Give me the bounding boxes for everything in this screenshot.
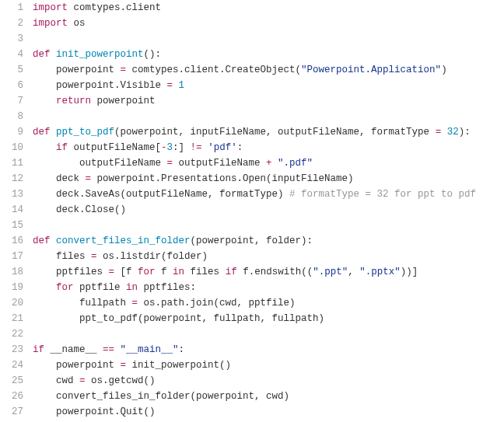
token-num: 1 bbox=[179, 80, 185, 91]
token-cmp: = bbox=[86, 173, 92, 184]
code-line bbox=[33, 31, 504, 47]
token-ident bbox=[51, 49, 57, 60]
code-line: files = os.listdir(folder) bbox=[33, 249, 504, 264]
code-line: def convert_files_in_folder(powerpoint, … bbox=[33, 233, 504, 249]
token-kw: in bbox=[126, 282, 138, 293]
token-ident: __name__ bbox=[44, 344, 103, 355]
token-ident bbox=[51, 127, 57, 138]
token-ident bbox=[202, 142, 208, 153]
token-ident: powerpoint.Presentations.Open(inputFileN… bbox=[91, 173, 354, 184]
code-line bbox=[33, 218, 504, 233]
token-kw: for bbox=[138, 267, 156, 277]
code-line: powerpoint.Quit() bbox=[33, 404, 504, 420]
line-number: 7 bbox=[0, 93, 23, 109]
token-ident: fullpath bbox=[33, 298, 132, 309]
token-ident: f bbox=[156, 267, 173, 277]
token-cmp: = bbox=[167, 80, 173, 91]
token-ident: ) bbox=[441, 65, 447, 75]
token-ident: : bbox=[237, 142, 243, 153]
token-ident: outputFileName bbox=[33, 158, 167, 169]
token-str: "Powerpoint.Application" bbox=[301, 65, 441, 75]
code-line: deck = powerpoint.Presentations.Open(inp… bbox=[33, 171, 504, 187]
token-ident bbox=[33, 282, 56, 293]
line-number: 12 bbox=[0, 171, 23, 187]
code-line: convert_files_in_folder(powerpoint, cwd) bbox=[33, 389, 504, 404]
line-number: 26 bbox=[0, 389, 23, 404]
line-number: 9 bbox=[0, 124, 23, 140]
token-ident: : bbox=[179, 344, 185, 355]
line-number: 6 bbox=[0, 78, 23, 93]
token-ident: os.listdir(folder) bbox=[97, 251, 208, 262]
token-ident: f.endswith(( bbox=[237, 267, 313, 277]
line-number: 13 bbox=[0, 187, 23, 202]
line-number: 15 bbox=[0, 218, 23, 233]
token-cmp: + bbox=[266, 158, 272, 169]
token-str: ".pptx" bbox=[359, 267, 401, 277]
token-cmp: = bbox=[167, 158, 173, 169]
token-kw: if bbox=[33, 344, 44, 355]
token-fn: convert_files_in_folder bbox=[56, 235, 191, 246]
line-number: 5 bbox=[0, 62, 23, 78]
token-ident bbox=[114, 344, 121, 355]
line-number: 11 bbox=[0, 155, 23, 171]
line-number: 23 bbox=[0, 342, 23, 357]
token-cmp: = bbox=[121, 360, 127, 371]
code-line: fullpath = os.path.join(cwd, pptfile) bbox=[33, 295, 504, 311]
token-cmp: != bbox=[191, 142, 202, 153]
token-ident: outputFileName[ bbox=[68, 142, 161, 153]
token-cmp: == bbox=[103, 344, 114, 355]
token-ident: convert_files_in_folder(powerpoint, cwd) bbox=[33, 391, 289, 402]
code-editor: 1234567891011121314151617181920212223242… bbox=[0, 0, 504, 420]
token-ident bbox=[173, 80, 179, 91]
token-kw: if bbox=[56, 142, 68, 153]
code-line: pptfiles = [f for f in files if f.endswi… bbox=[33, 264, 504, 280]
token-ident: , bbox=[348, 267, 359, 277]
line-number: 3 bbox=[0, 31, 23, 47]
code-line bbox=[33, 109, 504, 124]
token-ident bbox=[33, 96, 56, 106]
line-number: 4 bbox=[0, 47, 23, 62]
token-ident: outputFileName bbox=[173, 158, 266, 169]
code-line: powerpoint.Visible = 1 bbox=[33, 78, 504, 93]
code-line bbox=[33, 326, 504, 342]
token-kw: def bbox=[33, 127, 51, 138]
token-fn: ppt_to_pdf bbox=[56, 127, 114, 138]
code-line: outputFileName = outputFileName + ".pdf" bbox=[33, 155, 504, 171]
token-ident: [f bbox=[114, 267, 138, 277]
token-ident: ppt_to_pdf(powerpoint, fullpath, fullpat… bbox=[33, 313, 324, 324]
token-ident: deck bbox=[33, 173, 86, 184]
line-number: 8 bbox=[0, 109, 23, 124]
code-line: import comtypes.client bbox=[33, 0, 504, 16]
token-ident: files bbox=[184, 267, 226, 277]
token-str: ".pdf" bbox=[278, 158, 313, 169]
line-number: 22 bbox=[0, 326, 23, 342]
code-line: return powerpoint bbox=[33, 93, 504, 109]
line-number: 18 bbox=[0, 264, 23, 280]
token-ident: os.getcwd() bbox=[86, 375, 156, 386]
line-number: 14 bbox=[0, 202, 23, 218]
token-ident: powerpoint bbox=[91, 96, 156, 106]
code-line: deck.SaveAs(outputFileName, formatType) … bbox=[33, 187, 504, 202]
token-kw: if bbox=[226, 267, 237, 277]
line-number: 2 bbox=[0, 16, 23, 31]
token-cmt: # formatType = 32 for ppt to pdf bbox=[289, 189, 476, 200]
token-cmp: - bbox=[161, 142, 167, 153]
token-ident: cwd bbox=[33, 375, 79, 386]
token-ident bbox=[441, 127, 447, 138]
token-cmp: = bbox=[79, 375, 86, 386]
line-number: 21 bbox=[0, 311, 23, 326]
code-line: powerpoint = init_powerpoint() bbox=[33, 357, 504, 373]
token-kw: for bbox=[56, 282, 74, 293]
line-number: 10 bbox=[0, 140, 23, 155]
token-ident: pptfiles bbox=[33, 267, 109, 277]
code-content: import comtypes.clientimport os def init… bbox=[33, 0, 504, 420]
line-number: 16 bbox=[0, 233, 23, 249]
line-number: 20 bbox=[0, 295, 23, 311]
code-line: for pptfile in pptfiles: bbox=[33, 280, 504, 295]
line-number-gutter: 1234567891011121314151617181920212223242… bbox=[0, 0, 33, 420]
line-number: 1 bbox=[0, 0, 23, 16]
code-line: deck.Close() bbox=[33, 202, 504, 218]
token-ident: pptfiles: bbox=[138, 282, 196, 293]
token-ident: init_powerpoint() bbox=[126, 360, 231, 371]
token-kw: return bbox=[56, 96, 91, 106]
